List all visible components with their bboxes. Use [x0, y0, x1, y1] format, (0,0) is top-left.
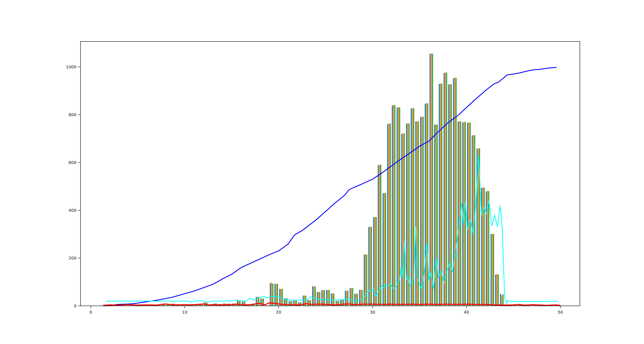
bar-hist-series-2 [412, 108, 413, 306]
bar-hist-series-1 [486, 192, 487, 306]
bar-hist-series-2 [454, 78, 455, 306]
bar-hist-series-1 [453, 78, 454, 306]
bar-hist-series-3 [343, 300, 344, 306]
bar-hist-series-2 [398, 107, 399, 306]
bar-hist-series-3 [282, 289, 283, 306]
bar-hist-series-2 [468, 122, 469, 306]
bar-hist-series-2 [299, 302, 300, 306]
x-tick-label: 20 [276, 310, 281, 315]
bar-hist-series-3 [277, 284, 278, 306]
bar-hist-series-2 [445, 72, 446, 306]
bar-hist-series-1 [368, 227, 370, 306]
bar-hist-series-1 [256, 297, 257, 306]
bar-hist-series-2 [473, 135, 474, 306]
bar-hist-series-1 [430, 54, 430, 306]
bar-hist-series-2 [459, 121, 460, 306]
bar-hist-series-2 [370, 226, 371, 306]
bar-hist-series-1 [392, 106, 393, 306]
bar-hist-series-3 [324, 290, 325, 306]
bar-hist-series-3 [437, 124, 438, 306]
bar-hist-series-3 [310, 300, 311, 306]
bar-hist-series-3 [371, 227, 372, 306]
bar-hist-series-1 [378, 165, 379, 306]
y-tick-label: 400 [68, 208, 76, 213]
bar-hist-series-3 [427, 103, 428, 306]
bar-hist-series-1 [237, 300, 238, 306]
bar-hist-series-1 [382, 193, 384, 306]
bar-hist-series-2 [328, 290, 328, 306]
bar-hist-series-2 [323, 290, 324, 306]
bar-hist-series-3 [470, 123, 471, 306]
x-tick-label: 30 [370, 310, 375, 315]
bar-hist-series-3 [493, 234, 494, 306]
bar-hist-series-1 [448, 84, 449, 306]
bar-hist-series-2 [436, 124, 436, 306]
y-tick-label: 600 [68, 160, 76, 165]
bar-hist-series-3 [272, 284, 273, 306]
bar-hist-series-1 [350, 288, 351, 306]
bar-hist-series-1 [274, 284, 276, 306]
bar-hist-series-1 [411, 108, 412, 306]
bar-hist-series-1 [312, 286, 313, 306]
bar-hist-series-1 [476, 149, 478, 306]
bar-hist-series-1 [495, 274, 496, 306]
y-tick-label: 0 [74, 303, 76, 308]
x-tick-label: 50 [558, 310, 563, 315]
bar-hist-series-1 [387, 124, 388, 306]
bar-hist-series-1 [354, 294, 355, 306]
bar-hist-series-3 [488, 191, 489, 306]
bar-hist-series-1 [490, 234, 492, 306]
bar-hist-series-3 [451, 84, 452, 306]
bar-hist-series-2 [360, 290, 362, 306]
chart-canvas: 0102030405002004006008001000 [0, 0, 644, 344]
x-tick-label: 10 [182, 310, 187, 315]
y-tick-label: 1000 [66, 64, 76, 70]
bar-hist-series-3 [376, 217, 377, 306]
bar-hist-series-3 [484, 188, 485, 306]
bar-hist-series-2 [402, 133, 404, 306]
y-tick-label: 800 [68, 112, 76, 117]
bar-hist-series-1 [397, 108, 398, 306]
bar-hist-series-3 [432, 54, 433, 306]
bar-hist-series-2 [271, 282, 272, 306]
bar-hist-series-3 [465, 122, 466, 306]
bar-hist-series-1 [321, 290, 322, 306]
bar-hist-series-1 [260, 298, 262, 306]
bar-hist-series-1 [364, 255, 365, 306]
bar-hist-series-1 [425, 104, 426, 306]
bar-hist-series-2 [426, 103, 427, 306]
bar-hist-series-2 [384, 193, 385, 306]
bar-hist-series-2 [393, 105, 394, 306]
bar-hist-series-2 [431, 54, 432, 306]
bar-hist-series-3 [394, 105, 395, 306]
bar-hist-series-3 [502, 294, 504, 306]
bar-hist-series-1 [270, 283, 271, 306]
bar-hist-series-3 [390, 124, 391, 306]
bar-hist-series-1 [439, 84, 440, 306]
bar-hist-series-2 [379, 164, 380, 306]
x-tick-label: 0 [90, 310, 92, 315]
bar-hist-series-3 [456, 78, 456, 306]
bar-hist-series-3 [315, 286, 316, 306]
bar-hist-series-2 [450, 84, 450, 306]
bar-hist-series-3 [498, 274, 499, 306]
bar-hist-series-2 [501, 295, 502, 306]
bar-hist-series-2 [492, 234, 493, 306]
bar-hist-series-3 [385, 193, 386, 306]
bar-hist-series-1 [500, 294, 501, 306]
bar-hist-series-2 [314, 286, 314, 306]
bar-hist-series-2 [496, 274, 498, 306]
bar-hist-series-3 [329, 290, 330, 306]
bar-hist-series-1 [373, 217, 374, 306]
bar-hist-series-2 [276, 284, 277, 306]
bar-hist-series-3 [366, 254, 367, 306]
bar-hist-series-1 [472, 136, 473, 306]
bar-hist-series-1 [444, 73, 445, 306]
bar-hist-series-1 [307, 300, 308, 306]
bar-hist-series-3 [352, 288, 353, 306]
bar-hist-series-2 [351, 288, 352, 306]
bar-hist-series-3 [380, 165, 381, 306]
bar-hist-series-2 [365, 254, 366, 306]
bar-hist-series-3 [333, 294, 334, 306]
x-tick-label: 40 [464, 310, 469, 315]
